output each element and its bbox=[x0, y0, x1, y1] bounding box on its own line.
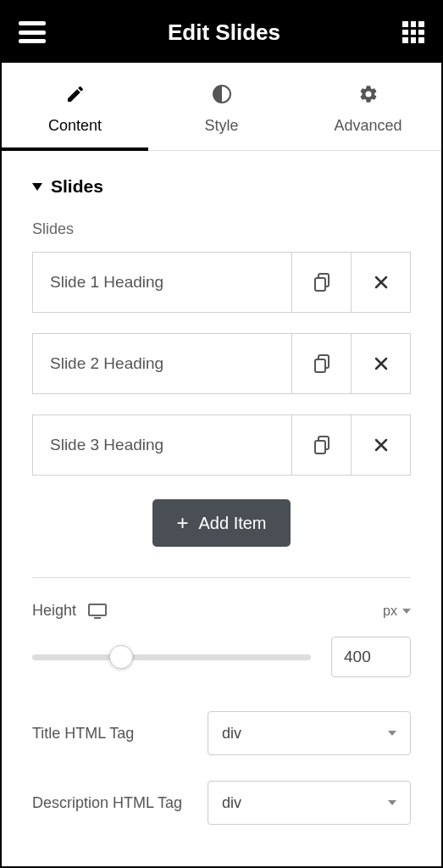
slide-title[interactable]: Slide 1 Heading bbox=[33, 253, 291, 312]
caret-down-icon bbox=[32, 183, 42, 191]
slide-item: Slide 2 Heading bbox=[32, 333, 411, 394]
unit-select[interactable]: px bbox=[383, 604, 411, 619]
add-item-button[interactable]: + Add Item bbox=[152, 499, 290, 547]
height-control: Height px bbox=[32, 602, 411, 620]
chevron-down-icon bbox=[388, 731, 396, 736]
title-tag-row: Title HTML Tag div bbox=[32, 711, 411, 755]
height-label: Height bbox=[32, 602, 76, 620]
unit-value: px bbox=[383, 604, 397, 619]
close-icon bbox=[374, 275, 389, 290]
duplicate-button[interactable] bbox=[291, 253, 351, 312]
tab-advanced[interactable]: Advanced bbox=[295, 63, 441, 150]
description-tag-value: div bbox=[222, 794, 241, 812]
tab-label: Content bbox=[48, 117, 102, 135]
height-input[interactable] bbox=[331, 637, 411, 677]
editor-panel: Edit Slides Content Style Advanced bbox=[0, 0, 443, 868]
divider bbox=[32, 577, 411, 578]
duplicate-button[interactable] bbox=[291, 334, 351, 393]
tabs: Content Style Advanced bbox=[2, 63, 441, 151]
chevron-down-icon bbox=[402, 609, 411, 614]
tab-label: Style bbox=[204, 117, 238, 135]
copy-icon bbox=[313, 354, 330, 373]
height-slider[interactable] bbox=[32, 647, 311, 667]
slide-title[interactable]: Slide 2 Heading bbox=[33, 334, 291, 393]
duplicate-button[interactable] bbox=[291, 415, 351, 475]
description-tag-select[interactable]: div bbox=[208, 781, 411, 825]
tab-style[interactable]: Style bbox=[148, 63, 295, 150]
close-icon bbox=[374, 437, 389, 453]
tab-content[interactable]: Content bbox=[2, 63, 148, 150]
menu-icon[interactable] bbox=[19, 21, 46, 43]
svg-rect-6 bbox=[315, 441, 325, 453]
chevron-down-icon bbox=[388, 800, 396, 805]
title-tag-label: Title HTML Tag bbox=[32, 725, 134, 743]
height-slider-row bbox=[32, 637, 411, 677]
copy-icon bbox=[313, 436, 330, 454]
remove-button[interactable] bbox=[351, 253, 410, 312]
remove-button[interactable] bbox=[351, 415, 410, 475]
svg-rect-7 bbox=[89, 604, 106, 615]
close-icon bbox=[374, 356, 389, 371]
slide-item: Slide 3 Heading bbox=[32, 415, 411, 476]
section-toggle-slides[interactable]: Slides bbox=[32, 176, 411, 197]
slide-title[interactable]: Slide 3 Heading bbox=[33, 415, 291, 475]
title-tag-value: div bbox=[222, 725, 241, 743]
apps-icon[interactable] bbox=[402, 21, 424, 43]
remove-button[interactable] bbox=[351, 334, 410, 393]
slider-track bbox=[32, 654, 311, 660]
svg-rect-4 bbox=[315, 359, 325, 372]
height-label-wrap: Height bbox=[32, 602, 107, 620]
plus-icon: + bbox=[176, 513, 188, 533]
slides-list-label: Slides bbox=[32, 220, 411, 238]
desktop-icon[interactable] bbox=[88, 604, 107, 619]
description-tag-label: Description HTML Tag bbox=[32, 794, 182, 812]
slider-thumb[interactable] bbox=[109, 645, 133, 669]
contrast-icon bbox=[212, 83, 232, 105]
svg-rect-2 bbox=[315, 278, 325, 291]
header-title: Edit Slides bbox=[168, 19, 280, 46]
slide-list: Slide 1 Heading Slide 2 Heading Slide 3 bbox=[32, 252, 411, 476]
add-item-label: Add Item bbox=[198, 514, 266, 533]
section-title: Slides bbox=[51, 176, 103, 197]
copy-icon bbox=[313, 273, 330, 292]
description-tag-row: Description HTML Tag div bbox=[32, 781, 411, 825]
slide-item: Slide 1 Heading bbox=[32, 252, 411, 313]
gear-icon bbox=[358, 83, 379, 105]
title-tag-select[interactable]: div bbox=[208, 711, 411, 755]
pencil-icon bbox=[65, 83, 86, 105]
header: Edit Slides bbox=[2, 2, 441, 63]
tab-label: Advanced bbox=[334, 117, 401, 135]
content-panel: Slides Slides Slide 1 Heading Slide 2 He… bbox=[2, 151, 441, 866]
